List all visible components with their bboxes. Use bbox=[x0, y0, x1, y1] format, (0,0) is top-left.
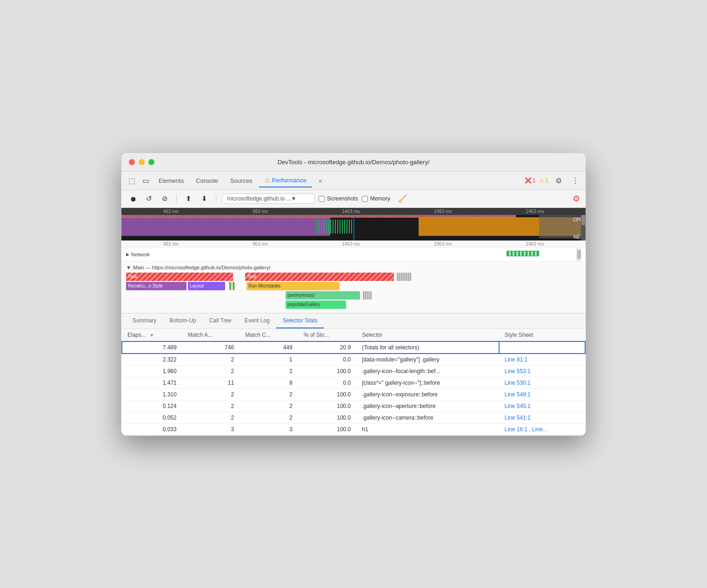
fc-scrollbar[interactable] bbox=[576, 248, 581, 261]
val: 2 bbox=[231, 356, 234, 363]
ruler-mark-4: 1963 ms bbox=[434, 209, 452, 214]
td-stylesheet: Line 16:1 , Line... bbox=[499, 423, 585, 435]
minimize-button[interactable] bbox=[139, 159, 145, 165]
ruler-mark-2: 963 ms bbox=[253, 209, 268, 214]
val: 2 bbox=[231, 368, 234, 374]
val: [data-module="gallery"] .gallery bbox=[362, 356, 439, 363]
reload-button[interactable]: ↺ bbox=[143, 193, 155, 205]
network-chevron: ▶ bbox=[126, 252, 129, 257]
main-track-header: ▼ Main — https://microsoftedge.github.io… bbox=[121, 263, 586, 272]
td-elapsed: 0.052 bbox=[122, 412, 182, 423]
val: 0.0 bbox=[343, 380, 351, 386]
device-icon[interactable]: ▭ bbox=[139, 174, 152, 187]
timeline-overview[interactable]: 463 ms 963 ms 1463 ms 1963 ms 2463 ms CP… bbox=[121, 208, 586, 241]
toolbar-gear-icon[interactable]: ⚙ bbox=[573, 194, 580, 204]
fc-ruler-5: 2463 ms bbox=[526, 241, 544, 247]
record-button[interactable]: ⏺ bbox=[127, 193, 139, 205]
stylesheet-link[interactable]: Line 545:1 bbox=[505, 403, 531, 409]
screenshots-check: Screenshots bbox=[319, 195, 358, 202]
close-button[interactable] bbox=[129, 159, 135, 165]
warn-badge: ⚠ 1 bbox=[539, 177, 548, 184]
memory-checkbox[interactable] bbox=[362, 196, 368, 202]
td-elapsed: 1.471 bbox=[122, 377, 182, 388]
upload-button[interactable]: ⬆ bbox=[182, 193, 194, 205]
screenshots-checkbox[interactable] bbox=[319, 196, 325, 202]
header-row: Elaps... ▼ Match A... Match C... % of Sl… bbox=[122, 329, 585, 341]
flame-task-1[interactable]: Task bbox=[126, 273, 233, 281]
tab-summary[interactable]: Summary bbox=[126, 314, 163, 328]
flame-task-2-label: Task bbox=[247, 274, 257, 279]
more-icon[interactable]: ⋮ bbox=[569, 174, 582, 187]
settings-icon[interactable]: ⚙ bbox=[552, 174, 565, 187]
ruler-mark-5: 2463 ms bbox=[526, 209, 544, 214]
cpu-top-bar bbox=[121, 215, 516, 218]
stylesheet-link[interactable]: Line 16:1 , Line... bbox=[505, 426, 547, 433]
flame-recalc[interactable]: Recalcu...e Style bbox=[126, 282, 187, 290]
sort-icon: ▼ bbox=[149, 333, 154, 338]
val: .gallery-icon--camera::before bbox=[362, 414, 433, 421]
tab-sources[interactable]: Sources bbox=[225, 174, 258, 187]
tab-bottomup[interactable]: Bottom-Up bbox=[163, 314, 202, 328]
tab-more[interactable]: » bbox=[313, 174, 327, 187]
stylesheet-link[interactable]: Line 553:1 bbox=[505, 368, 531, 374]
flame-microtasks[interactable]: Run Microtasks bbox=[247, 282, 340, 290]
clean-icon[interactable]: 🧹 bbox=[398, 194, 407, 203]
col-stylesheet[interactable]: Style Sheet bbox=[499, 329, 585, 341]
fc-scrollbar-thumb[interactable] bbox=[577, 250, 581, 259]
flame-anonymous[interactable]: (anonymous) bbox=[286, 291, 360, 300]
pct-slow-value: 20.9 bbox=[340, 344, 351, 351]
tab-elements[interactable]: Elements bbox=[153, 174, 189, 187]
val: 2 bbox=[289, 414, 293, 421]
val: [class*=" gallery-icon--"]::before bbox=[362, 380, 440, 386]
gray-bar bbox=[368, 291, 370, 300]
clear-button[interactable]: ⊘ bbox=[159, 193, 171, 205]
window-title: DevTools - microsoftedge.github.io/Demos… bbox=[278, 159, 430, 166]
main-track-chevron: ▼ bbox=[126, 265, 131, 270]
td-match-attempts-totals: 746 bbox=[182, 341, 240, 354]
col-pct-slow[interactable]: % of Slo... bbox=[298, 329, 357, 341]
flame-populate[interactable]: populateGallery bbox=[286, 301, 346, 309]
stylesheet-link[interactable]: Line 549:1 bbox=[505, 391, 531, 398]
flame-row-2: Recalcu...e Style Layout bbox=[126, 282, 581, 290]
table-row: 0.052 2 2 100.0 .gallery-icon--camera::b… bbox=[122, 412, 585, 423]
timeline-scrollbar-thumb[interactable] bbox=[581, 215, 585, 225]
val: .gallery-icon--exposure::before bbox=[362, 391, 438, 398]
td-match-count: 2 bbox=[240, 388, 298, 400]
val: 1.471 bbox=[163, 380, 177, 386]
url-field[interactable]: microsoftedge.github.io ...▼ bbox=[222, 194, 315, 204]
flame-task-2[interactable]: Task bbox=[245, 273, 394, 281]
download-button[interactable]: ⬇ bbox=[198, 193, 210, 205]
stylesheet-link[interactable]: Line 530:1 bbox=[505, 380, 531, 386]
td-match-attempts: 2 bbox=[182, 354, 240, 366]
gray-bar bbox=[363, 291, 364, 300]
stylesheet-link[interactable]: Line 541:1 bbox=[505, 414, 531, 421]
tab-performance[interactable]: ⚠ Performance bbox=[259, 174, 312, 187]
val: 8 bbox=[289, 380, 293, 386]
main-track-url: Main — https://microsoftedge.github.io/D… bbox=[133, 265, 270, 270]
td-stylesheet: Line 553:1 bbox=[499, 365, 585, 377]
col-selector[interactable]: Selector bbox=[356, 329, 499, 341]
td-match-count: 2 bbox=[240, 365, 298, 377]
val: .gallery-icon--aperture::before bbox=[362, 403, 435, 409]
stylesheet-link[interactable]: Line 81:1 bbox=[505, 356, 527, 363]
col-elapsed[interactable]: Elaps... ▼ bbox=[122, 329, 182, 341]
col-match-count[interactable]: Match C... bbox=[240, 329, 298, 341]
timeline-scrollbar[interactable] bbox=[581, 215, 586, 241]
flame-layout[interactable]: Layout bbox=[188, 282, 225, 290]
td-pct-slow: 0.0 bbox=[298, 354, 357, 366]
val: 3 bbox=[231, 426, 234, 433]
table-row: 2.322 2 1 0.0 [data-module="gallery"] .g… bbox=[122, 354, 585, 366]
network-bar bbox=[507, 251, 539, 256]
col-match-attempts[interactable]: Match A... bbox=[182, 329, 240, 341]
td-elapsed-totals: 7.489 bbox=[122, 341, 182, 354]
inspect-icon[interactable]: ⬚ bbox=[125, 174, 138, 187]
td-match-count: 2 bbox=[240, 412, 298, 423]
flamechart-area: 463 ms 963 ms 1463 ms 1963 ms 2463 ms ▶ … bbox=[121, 241, 586, 314]
flame-anonymous-label: (anonymous) bbox=[287, 293, 314, 298]
tab-eventlog[interactable]: Event Log bbox=[238, 314, 276, 328]
tab-selectorstats[interactable]: Selector Stats bbox=[276, 314, 324, 328]
td-elapsed: 2.322 bbox=[122, 354, 182, 366]
tab-calltree[interactable]: Call Tree bbox=[203, 314, 238, 328]
maximize-button[interactable] bbox=[148, 159, 154, 165]
tab-console[interactable]: Console bbox=[190, 174, 224, 187]
